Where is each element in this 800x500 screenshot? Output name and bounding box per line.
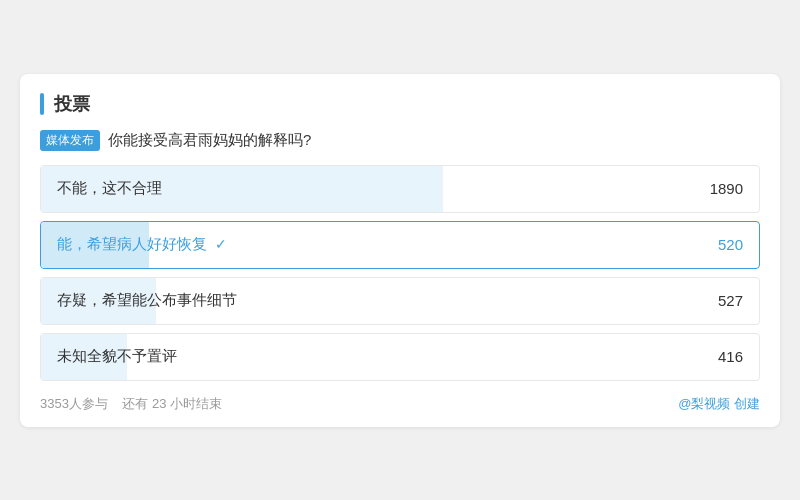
poll-card: 投票 媒体发布 你能接受高君雨妈妈的解释吗? 不能，这不合理1890能，希望病人… <box>20 74 780 427</box>
section-title-row: 投票 <box>40 92 760 116</box>
poll-option-3[interactable]: 存疑，希望能公布事件细节527 <box>40 277 760 325</box>
tag-badge: 媒体发布 <box>40 130 100 151</box>
poll-option-label-4: 未知全貌不予置评 <box>41 335 699 378</box>
poll-option-4[interactable]: 未知全貌不予置评416 <box>40 333 760 381</box>
poll-option-count-1: 1890 <box>694 168 759 209</box>
poll-option-count-3: 527 <box>699 280 759 321</box>
section-title: 投票 <box>54 92 90 116</box>
poll-option-1[interactable]: 不能，这不合理1890 <box>40 165 760 213</box>
poll-option-label-2: 能，希望病人好好恢复 ✓ <box>41 223 699 266</box>
check-icon: ✓ <box>211 236 227 252</box>
question-text: 你能接受高君雨妈妈的解释吗? <box>108 131 311 150</box>
poll-stats: 3353人参与 还有 23 小时结束 <box>40 395 222 413</box>
question-row: 媒体发布 你能接受高君雨妈妈的解释吗? <box>40 130 760 151</box>
poll-options: 不能，这不合理1890能，希望病人好好恢复 ✓520存疑，希望能公布事件细节52… <box>40 165 760 389</box>
left-bar-decoration <box>40 93 44 115</box>
poll-option-count-2: 520 <box>699 224 759 265</box>
poll-footer: 3353人参与 还有 23 小时结束 @梨视频 创建 <box>40 395 760 413</box>
poll-creator: @梨视频 创建 <box>678 395 760 413</box>
poll-option-count-4: 416 <box>699 336 759 377</box>
poll-option-2[interactable]: 能，希望病人好好恢复 ✓520 <box>40 221 760 269</box>
participants-count: 3353人参与 <box>40 396 108 411</box>
poll-option-label-1: 不能，这不合理 <box>41 167 694 210</box>
time-left: 还有 23 小时结束 <box>122 396 222 411</box>
poll-option-label-3: 存疑，希望能公布事件细节 <box>41 279 699 322</box>
